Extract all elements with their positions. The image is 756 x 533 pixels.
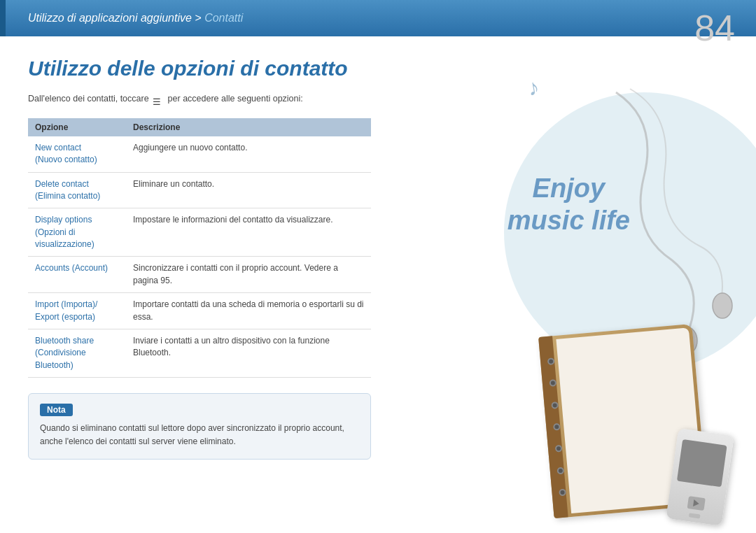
breadcrumb: Utilizzo di applicazioni aggiuntive > Co…: [28, 12, 243, 24]
music-note-icon: ♪: [526, 74, 541, 101]
option-desc-cell: Eliminare un contatto.: [126, 172, 371, 208]
ring: [547, 357, 555, 365]
option-desc-cell: Aggiungere un nuovo contatto.: [126, 136, 371, 172]
player-device: [666, 428, 734, 526]
table-row: Delete contact(Elimina contatto)Eliminar…: [28, 172, 371, 208]
option-desc-cell: Sincronizzare i contatti con il proprio …: [126, 257, 371, 293]
page-title: Utilizzo delle opzioni di contatto: [28, 56, 371, 81]
play-triangle-icon: [693, 499, 699, 507]
option-desc-cell: Impostare le informazioni del contatto d…: [126, 208, 371, 257]
note-box: Nota Quando si eliminano contatti sul le…: [28, 393, 371, 460]
breadcrumb-current: Contatti: [204, 12, 243, 24]
ring: [559, 489, 566, 497]
breadcrumb-prefix: Utilizzo di applicazioni aggiuntive >: [28, 12, 204, 24]
main-content: Utilizzo delle opzioni di contatto Dall'…: [0, 36, 392, 533]
col-option-header: Opzione: [28, 118, 126, 136]
enjoy-text: Enjoy music life: [507, 173, 630, 236]
menu-icon: [153, 95, 164, 104]
header-accent: [0, 0, 6, 36]
table-row: Accounts (Account)Sincronizzare i contat…: [28, 257, 371, 293]
page-container: Utilizzo di applicazioni aggiuntive > Co…: [0, 0, 756, 533]
ring: [556, 467, 564, 474]
table-row: Display options(Opzioni di visualizzazio…: [28, 208, 371, 257]
player-small-button: [689, 513, 701, 518]
note-label: Nota: [40, 404, 73, 416]
ring: [549, 379, 556, 387]
option-name-cell: Bluetooth share(Condivisione Bluetooth): [28, 329, 126, 378]
ring: [551, 401, 559, 409]
intro-text-before: Dall'elenco dei contatti, toccare: [28, 94, 149, 104]
col-description-header: Descrizione: [126, 118, 371, 136]
note-text: Quando si eliminano contatti sul lettore…: [40, 422, 359, 448]
enjoy-line1: Enjoy: [507, 173, 630, 205]
option-name-cell: Display options(Opzioni di visualizzazio…: [28, 208, 126, 257]
player-screen: [677, 439, 727, 487]
ring: [553, 423, 561, 431]
option-desc-cell: Importare contatti da una scheda di memo…: [126, 293, 371, 329]
options-table: Opzione Descrizione New contact(Nuovo co…: [28, 118, 371, 378]
player-play-button: [687, 496, 706, 511]
right-decoration: ♪ Enjoy music life: [392, 36, 756, 533]
ring: [555, 445, 563, 453]
option-name-cell: New contact(Nuovo contatto): [28, 136, 126, 172]
option-name-cell: Accounts (Account): [28, 257, 126, 293]
table-header-row: Opzione Descrizione: [28, 118, 371, 136]
enjoy-line2: music life: [507, 205, 630, 237]
table-row: New contact(Nuovo contatto)Aggiungere un…: [28, 136, 371, 172]
option-name-cell: Delete contact(Elimina contatto): [28, 172, 126, 208]
header-bar: Utilizzo di applicazioni aggiuntive > Co…: [0, 0, 756, 36]
note-header: Nota: [40, 404, 359, 416]
intro-text-after: per accedere alle seguenti opzioni:: [168, 94, 303, 104]
table-row: Bluetooth share(Condivisione Bluetooth)I…: [28, 329, 371, 378]
option-name-cell: Import (Importa)/Export (esporta): [28, 293, 126, 329]
intro-text: Dall'elenco dei contatti, toccare per ac…: [28, 92, 371, 106]
option-desc-cell: Inviare i contatti a un altro dispositiv…: [126, 329, 371, 378]
table-row: Import (Importa)/Export (esporta)Importa…: [28, 293, 371, 329]
